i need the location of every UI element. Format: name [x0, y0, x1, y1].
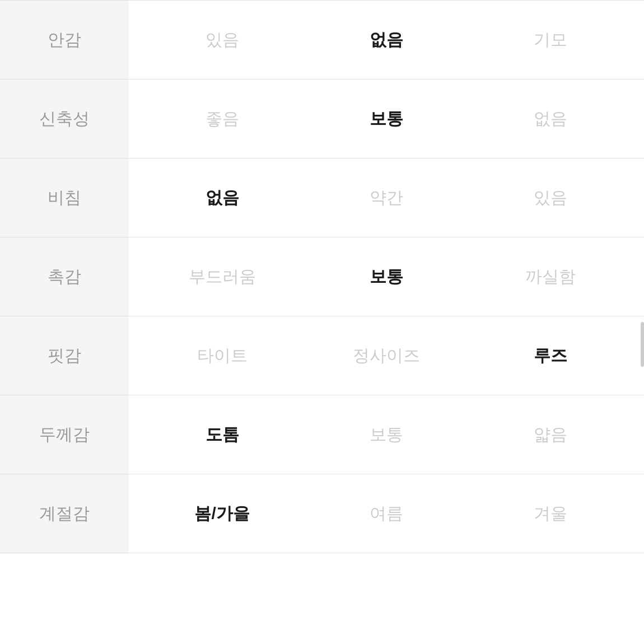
row-label-pitgam: 핏감	[0, 316, 129, 395]
option-gyejeolgam-여름[interactable]: 여름	[330, 502, 442, 525]
table-row: 두께감도톰보통얇음	[0, 395, 644, 474]
attributes-table: 안감있음없음기모신축성좋음보통없음비침없음약간있음촉감부드러움보통까실함핏감타이…	[0, 0, 644, 553]
option-sinchuksong-보통[interactable]: 보통	[330, 108, 442, 130]
row-options-chokgam: 부드러움보통까실함	[129, 265, 644, 288]
row-label-bichim: 비침	[0, 158, 129, 237]
option-sinchuksong-좋음[interactable]: 좋음	[166, 108, 278, 130]
row-options-anigam: 있음없음기모	[129, 29, 644, 52]
table-row: 핏감타이트정사이즈루즈	[0, 316, 644, 395]
option-pitgam-루즈[interactable]: 루즈	[494, 344, 606, 367]
row-options-sinchuksong: 좋음보통없음	[129, 108, 644, 130]
table-row: 촉감부드러움보통까실함	[0, 237, 644, 316]
option-bichim-약간[interactable]: 약간	[330, 186, 442, 209]
row-options-dugegam: 도톰보통얇음	[129, 423, 644, 446]
table-row: 안감있음없음기모	[0, 1, 644, 80]
row-options-pitgam: 타이트정사이즈루즈	[129, 344, 644, 367]
option-pitgam-타이트[interactable]: 타이트	[166, 344, 278, 367]
row-label-anigam: 안감	[0, 1, 129, 79]
row-label-dugegam: 두께감	[0, 395, 129, 474]
option-dugegam-보통[interactable]: 보통	[330, 423, 442, 446]
option-chokgam-보통[interactable]: 보통	[330, 265, 442, 288]
row-label-sinchuksong: 신축성	[0, 80, 129, 158]
option-dugegam-얇음[interactable]: 얇음	[494, 423, 606, 446]
option-gyejeolgam-봄/가을[interactable]: 봄/가을	[166, 502, 278, 525]
option-bichim-없음[interactable]: 없음	[166, 186, 278, 209]
row-label-gyejeolgam: 계절감	[0, 474, 129, 553]
option-anigam-있음[interactable]: 있음	[166, 29, 278, 52]
scrollbar[interactable]	[641, 322, 644, 367]
option-pitgam-정사이즈[interactable]: 정사이즈	[330, 344, 442, 367]
option-chokgam-부드러움[interactable]: 부드러움	[166, 265, 278, 288]
table-row: 계절감봄/가을여름겨울	[0, 474, 644, 553]
row-options-gyejeolgam: 봄/가을여름겨울	[129, 502, 644, 525]
option-bichim-있음[interactable]: 있음	[494, 186, 606, 209]
option-anigam-기모[interactable]: 기모	[494, 29, 606, 52]
option-sinchuksong-없음[interactable]: 없음	[494, 108, 606, 130]
option-gyejeolgam-겨울[interactable]: 겨울	[494, 502, 606, 525]
row-label-chokgam: 촉감	[0, 237, 129, 316]
table-row: 신축성좋음보통없음	[0, 80, 644, 158]
option-dugegam-도톰[interactable]: 도톰	[166, 423, 278, 446]
row-options-bichim: 없음약간있음	[129, 186, 644, 209]
option-chokgam-까실함[interactable]: 까실함	[494, 265, 606, 288]
table-row: 비침없음약간있음	[0, 158, 644, 237]
option-anigam-없음[interactable]: 없음	[330, 29, 442, 52]
